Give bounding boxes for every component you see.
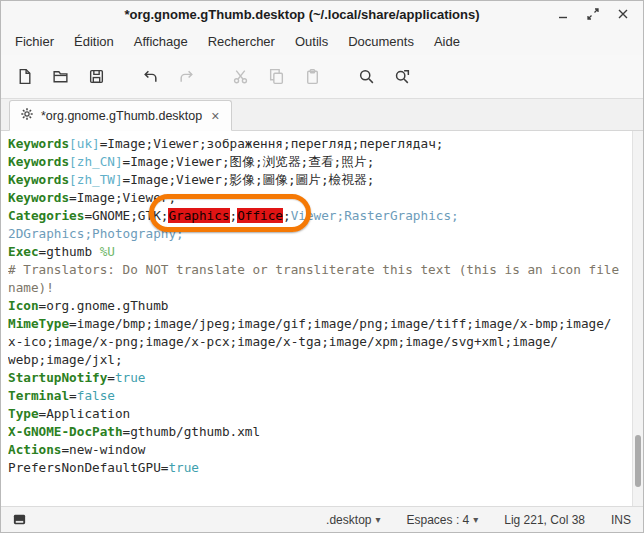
code-line: Terminal=false (8, 387, 629, 405)
code-view[interactable]: Keywords[uk]=Image;Viewer;зображення;пер… (1, 131, 643, 477)
code-line: x-ico;image/x-png;image/x-pcx;image/x-tg… (8, 333, 629, 351)
code-line: Exec=gthumb %U (8, 243, 629, 261)
undo-button[interactable] (135, 62, 165, 92)
code-line: Icon=org.gnome.gThumb (8, 297, 629, 315)
cut-button[interactable] (225, 62, 255, 92)
language-selector[interactable]: .desktop ▾ (326, 513, 380, 527)
window-controls (543, 6, 643, 22)
language-selector-label: .desktop (326, 513, 371, 527)
scrollbar-thumb[interactable] (635, 435, 641, 488)
menubar: FichierÉditionAffichageRechercherOutilsD… (1, 27, 643, 55)
vertical-scrollbar[interactable] (632, 131, 643, 506)
tab-close-icon[interactable]: × (209, 109, 221, 123)
toolbar (1, 55, 643, 99)
code-line: Categories=GNOME;GTK;Graphics;Office;Vie… (8, 207, 629, 225)
restore-icon[interactable] (585, 6, 601, 22)
window-title: *org.gnome.gThumb.desktop (~/.local/shar… (1, 7, 543, 22)
code-line: Actions=new-window (8, 441, 629, 459)
menu-item-fichier[interactable]: Fichier (5, 30, 64, 53)
bottom-panel-toggle-icon[interactable] (9, 511, 29, 529)
code-line: name)! (8, 279, 629, 297)
menu-item-aide[interactable]: Aide (424, 30, 470, 53)
code-line: Keywords[zh_TW]=Image;Viewer;影像;圖像;圖片;檢視… (8, 171, 629, 189)
statusbar: .desktop ▾ Espaces : 4 ▾ Lig 221, Col 38… (1, 506, 643, 532)
code-line: StartupNotify=true (8, 369, 629, 387)
tab-width-selector[interactable]: Espaces : 4 ▾ (407, 513, 479, 527)
code-line: webp;image/jxl; (8, 351, 629, 369)
gear-icon (20, 107, 34, 125)
code-line: Keywords=Image;Viewer; (8, 189, 629, 207)
code-line: Keywords[uk]=Image;Viewer;зображення;пер… (8, 135, 629, 153)
code-line: X-GNOME-DocPath=gthumb/gthumb.xml (8, 423, 629, 441)
input-mode-indicator[interactable]: INS (611, 513, 631, 527)
copy-button[interactable] (261, 62, 291, 92)
menu-item-edition[interactable]: Édition (64, 30, 124, 53)
minimize-icon[interactable] (555, 6, 571, 22)
menu-item-documents[interactable]: Documents (338, 30, 424, 53)
code-line: # Translators: Do NOT translate or trans… (8, 261, 629, 279)
tab-label: *org.gnome.gThumb.desktop (41, 109, 202, 123)
code-line: MimeType=image/bmp;image/jpeg;image/gif;… (8, 315, 629, 333)
code-line: Keywords[zh_CN]=Image;Viewer;图像;浏览器;查看;照… (8, 153, 629, 171)
chevron-down-icon: ▾ (375, 514, 380, 525)
chevron-down-icon: ▾ (473, 514, 478, 525)
tab-org-gnome-gthumb-desktop[interactable]: *org.gnome.gThumb.desktop × (9, 100, 232, 131)
close-icon[interactable] (615, 6, 631, 22)
new-document-button[interactable] (9, 62, 39, 92)
open-button[interactable] (45, 62, 75, 92)
paste-button[interactable] (297, 62, 327, 92)
code-line: PrefersNonDefaultGPU=true (8, 459, 629, 477)
editor-area[interactable]: Keywords[uk]=Image;Viewer;зображення;пер… (1, 131, 643, 506)
cursor-position: Lig 221, Col 38 (504, 513, 585, 527)
titlebar[interactable]: *org.gnome.gThumb.desktop (~/.local/shar… (1, 1, 643, 27)
tab-width-label: Espaces : 4 (407, 513, 470, 527)
redo-button[interactable] (171, 62, 201, 92)
menu-item-rechercher[interactable]: Rechercher (198, 30, 285, 53)
text-editor-window: *org.gnome.gThumb.desktop (~/.local/shar… (0, 0, 644, 533)
code-line: Type=Application (8, 405, 629, 423)
tabbar: *org.gnome.gThumb.desktop × (1, 99, 643, 131)
find-button[interactable] (351, 62, 381, 92)
find-replace-button[interactable] (387, 62, 417, 92)
menu-item-outils[interactable]: Outils (285, 30, 338, 53)
code-line: 2DGraphics;Photography; (8, 225, 629, 243)
menu-item-affichage[interactable]: Affichage (124, 30, 198, 53)
save-button[interactable] (81, 62, 111, 92)
